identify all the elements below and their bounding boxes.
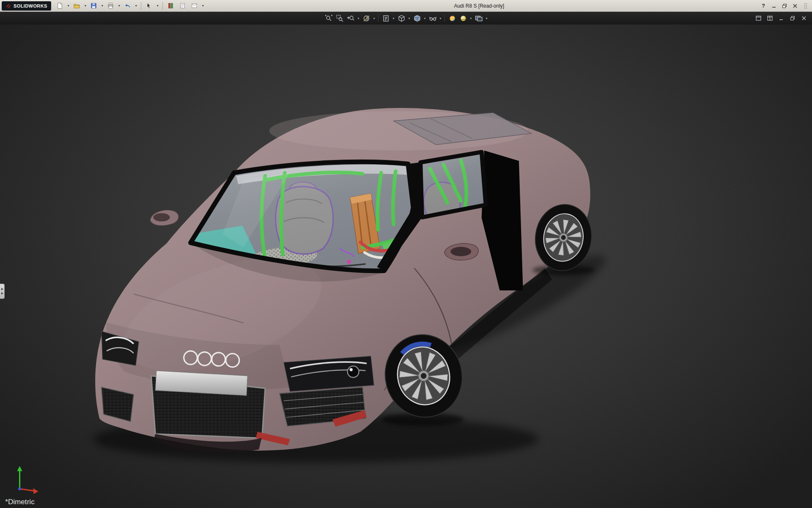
section-view-caret[interactable]	[372, 17, 376, 20]
solidworks-window: { "window": { "brand": "SOLIDWORKS", "ti…	[0, 0, 812, 508]
minimize-document-icon	[779, 16, 784, 21]
edit-appearance-sphere-icon	[449, 15, 456, 22]
restore-icon	[782, 3, 787, 8]
print-icon	[107, 3, 114, 9]
section-view-icon	[363, 15, 370, 22]
solidworks-logo: SOLIDWORKS	[2, 1, 51, 11]
previous-view-icon	[347, 15, 354, 22]
properties-icon	[191, 3, 198, 9]
close-document-button[interactable]	[800, 15, 808, 22]
close-icon	[793, 3, 798, 8]
view-toolbar-separator	[444, 14, 445, 22]
select-button[interactable]	[144, 1, 155, 11]
view-orientation-cube-icon	[398, 15, 405, 22]
undo-caret[interactable]	[134, 4, 138, 8]
new-window-button[interactable]	[754, 15, 762, 22]
left-mirror[interactable]	[150, 210, 178, 226]
properties-caret[interactable]	[201, 4, 205, 8]
window-controls: ?	[760, 2, 810, 10]
open-folder-icon	[74, 3, 80, 9]
side-window[interactable]	[420, 152, 486, 217]
zoom-to-fit-icon	[325, 15, 332, 22]
expand-arrow-icon	[1, 288, 3, 290]
hide-show-items-button[interactable]	[428, 13, 438, 23]
help-button[interactable]: ?	[760, 2, 767, 10]
save-button[interactable]	[88, 1, 99, 11]
design-library-button[interactable]	[177, 1, 188, 11]
minimize-button[interactable]	[770, 2, 778, 10]
open-caret[interactable]	[83, 4, 88, 8]
display-style-icon	[414, 15, 421, 22]
save-caret[interactable]	[100, 4, 104, 8]
view-orientation-caret[interactable]	[407, 17, 411, 20]
view-toolbar-separator	[378, 14, 379, 22]
expand-arrow-icon	[1, 292, 3, 295]
toolbar-separator	[162, 2, 163, 10]
save-floppy-icon	[91, 3, 97, 9]
view-settings-caret[interactable]	[485, 17, 488, 20]
featuremanager-expand-tab[interactable]	[0, 284, 5, 299]
apply-scene-button[interactable]	[458, 13, 468, 23]
orientation-triad	[17, 466, 38, 494]
view-settings-icon	[475, 15, 483, 22]
tile-windows-icon	[767, 16, 773, 21]
toolbar-separator	[141, 2, 141, 10]
graphics-viewport[interactable]: *Dimetric	[0, 25, 812, 508]
car-model[interactable]	[95, 108, 590, 453]
toolbox-button[interactable]	[165, 1, 176, 11]
model-scene: *Dimetric	[0, 25, 812, 508]
select-caret[interactable]	[156, 4, 160, 8]
previous-view-button[interactable]	[346, 13, 356, 23]
solidworks-logo-icon	[5, 3, 11, 9]
heads-up-view-toolbar	[324, 13, 488, 23]
apply-scene-caret[interactable]	[469, 17, 473, 20]
select-cursor-icon	[146, 3, 152, 9]
annotations-button[interactable]	[381, 13, 391, 23]
display-style-button[interactable]	[412, 13, 422, 23]
hide-show-glasses-icon	[429, 15, 436, 22]
right-headlight[interactable]	[284, 356, 374, 391]
titlebar: SOLIDWORKS	[0, 0, 812, 12]
document-window-controls	[754, 15, 812, 22]
view-orientation-label: *Dimetric	[5, 497, 35, 506]
document-title: Audi R8 S [Read-only]	[454, 3, 504, 9]
grip-dots-icon	[804, 3, 807, 9]
new-document-button[interactable]	[55, 1, 66, 11]
annotations-caret[interactable]	[392, 17, 395, 20]
edit-appearance-button[interactable]	[447, 13, 457, 23]
new-document-caret[interactable]	[66, 4, 71, 8]
new-window-icon	[756, 16, 761, 21]
view-settings-button[interactable]	[474, 13, 484, 23]
view-orientation-button[interactable]	[396, 13, 406, 23]
undo-button[interactable]	[122, 1, 133, 11]
minimize-document-button[interactable]	[777, 15, 785, 22]
document-toolbar	[0, 12, 812, 25]
restore-document-button[interactable]	[789, 15, 796, 22]
close-button[interactable]	[791, 2, 799, 10]
open-button[interactable]	[71, 1, 82, 11]
toolbox-icon	[167, 3, 174, 9]
tile-windows-button[interactable]	[766, 15, 774, 22]
brand-text: SOLIDWORKS	[14, 3, 47, 8]
hide-show-caret[interactable]	[439, 17, 442, 20]
close-document-icon	[801, 16, 807, 21]
zoom-to-fit-button[interactable]	[324, 13, 334, 23]
apply-scene-sphere-icon	[460, 15, 467, 22]
restore-document-icon	[790, 16, 795, 21]
previous-view-caret[interactable]	[357, 17, 360, 20]
zoom-to-area-button[interactable]	[335, 13, 345, 23]
display-style-caret[interactable]	[423, 17, 427, 20]
zoom-to-area-icon	[336, 15, 343, 22]
window-grip[interactable]	[802, 2, 809, 10]
new-document-icon	[57, 3, 63, 9]
design-library-icon	[179, 3, 186, 9]
print-button[interactable]	[105, 1, 116, 11]
print-caret[interactable]	[117, 4, 121, 8]
minimize-icon	[771, 3, 776, 8]
annotations-icon	[382, 15, 390, 22]
properties-button[interactable]	[189, 1, 200, 11]
section-view-button[interactable]	[361, 13, 371, 23]
restore-button[interactable]	[781, 2, 788, 10]
undo-icon	[124, 3, 131, 9]
